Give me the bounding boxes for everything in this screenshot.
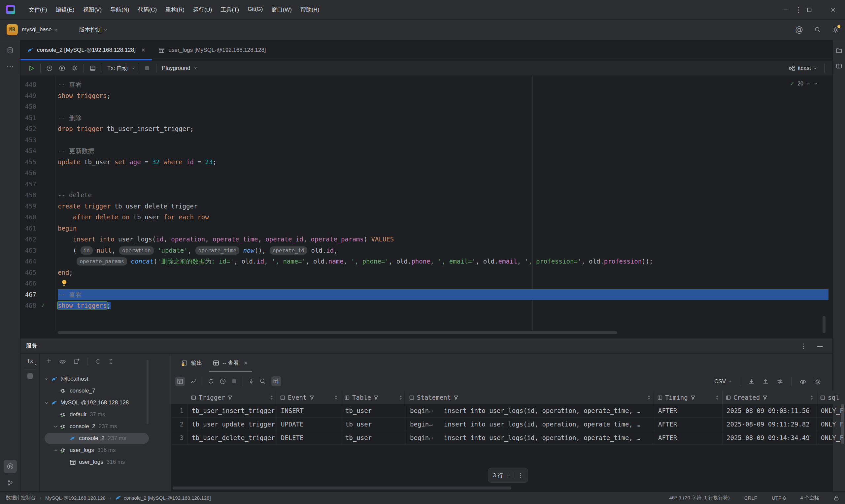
folder-tool-icon[interactable]	[833, 45, 845, 56]
table-cell[interactable]: 2025-08-09 09:03:11.56	[723, 404, 817, 418]
services-tool-icon[interactable]	[4, 460, 17, 473]
tab-options-kebab-icon[interactable]: ⋮	[795, 0, 802, 20]
grid-view-icon[interactable]	[175, 377, 185, 386]
next-problem-icon[interactable]	[814, 82, 818, 86]
line-number[interactable]: 463	[20, 245, 36, 256]
column-header-created[interactable]: Created	[723, 391, 817, 404]
gutter-row[interactable]: 462	[20, 234, 55, 245]
line-number[interactable]: 459	[20, 201, 36, 212]
sort-arrows-icon[interactable]	[647, 395, 651, 400]
row-number-cell[interactable]: 2	[171, 418, 188, 431]
chevron-down-icon[interactable]	[42, 401, 51, 405]
stop-query-icon[interactable]	[231, 378, 237, 384]
sort-arrows-icon[interactable]	[334, 395, 338, 400]
gutter-row[interactable]: 465	[20, 267, 55, 278]
history-icon[interactable]	[44, 63, 55, 74]
compare-icon[interactable]	[777, 378, 783, 385]
database-tool-icon[interactable]	[4, 43, 17, 57]
tree-item-default[interactable]: default37 ms	[40, 409, 171, 420]
editor-hscrollbar[interactable]	[58, 331, 617, 334]
editor-tab[interactable]: console_2 [MySQL-@192.168.128.128]✕	[20, 40, 152, 60]
table-cell[interactable]: 2025-08-09 09:11:29.82	[723, 418, 817, 431]
column-header-timing[interactable]: Timing	[654, 391, 723, 404]
gutter-row[interactable]: 466	[20, 278, 55, 289]
line-number[interactable]: 455	[20, 157, 36, 168]
pill-kebab-icon[interactable]: ⋮	[517, 473, 523, 478]
gutter-row[interactable]: 455	[20, 157, 55, 168]
column-header-table[interactable]: Table	[341, 391, 406, 404]
project-badge[interactable]: MB	[6, 24, 18, 35]
gutter-row[interactable]: 463	[20, 245, 55, 256]
file-encoding[interactable]: UTF-8	[772, 495, 786, 501]
chevron-down-icon[interactable]	[51, 425, 60, 429]
filter-funnel-icon[interactable]	[309, 395, 314, 400]
line-number[interactable]: 453	[20, 134, 36, 146]
structure-tool-icon[interactable]	[833, 61, 845, 72]
prev-problem-icon[interactable]	[806, 82, 811, 86]
code-line[interactable]	[58, 179, 828, 190]
find-icon[interactable]	[260, 378, 266, 384]
code-line[interactable]: show triggers;	[58, 300, 828, 311]
line-number[interactable]: 464	[20, 256, 36, 267]
close-window-button[interactable]	[821, 0, 845, 19]
playground-mode-icon[interactable]	[56, 63, 68, 74]
gutter-row[interactable]: 461	[20, 223, 55, 234]
code-line[interactable]: end;	[58, 267, 828, 278]
menu-item[interactable]: 工具(T)	[216, 4, 244, 16]
code-line[interactable]: create trigger tb_user_delete_trigger	[58, 201, 828, 212]
gutter-row[interactable]: 459	[20, 201, 55, 212]
table-cell[interactable]: tb_user_delete_trigger	[188, 431, 277, 445]
code-line[interactable]	[58, 134, 828, 146]
indent-setting[interactable]: 4 个空格	[800, 495, 819, 501]
refresh-icon[interactable]	[208, 378, 214, 384]
table-cell[interactable]: begin↵ insert into user_logs(id, operati…	[406, 431, 654, 445]
menu-item[interactable]: 运行(U)	[189, 4, 216, 16]
code-line[interactable]: operate_params concat('删除之前的数据为: id=', o…	[58, 256, 828, 267]
code-line[interactable]: -- 查看	[58, 289, 828, 301]
table-cell[interactable]: tb_user_update_trigger	[188, 418, 277, 431]
filter-funnel-icon[interactable]	[374, 395, 379, 400]
minimize-button[interactable]	[774, 0, 797, 19]
filter-funnel-icon[interactable]	[228, 395, 233, 400]
row-number-cell[interactable]: 1	[171, 404, 188, 418]
code-editor[interactable]: 4484494504514524534544554564574584594604…	[20, 76, 832, 338]
add-connection-icon[interactable]	[46, 358, 52, 365]
line-number[interactable]: 456	[20, 167, 36, 179]
settings-gear-icon[interactable]	[832, 26, 839, 33]
inspection-widget[interactable]: ✓ 20	[790, 80, 818, 87]
menu-item[interactable]: 窗口(W)	[267, 4, 296, 16]
code-lines[interactable]: -- 查看show triggers;-- 删除drop trigger tb_…	[58, 79, 828, 311]
gutter-row[interactable]: 449	[20, 90, 55, 102]
table-cell[interactable]: tb_user_insert_trigger	[188, 404, 277, 418]
code-line[interactable]: -- 删除	[58, 112, 828, 124]
chart-view-icon[interactable]	[190, 378, 197, 384]
import-upload-icon[interactable]	[762, 379, 769, 385]
tree-item-user-logs[interactable]: user_logs316 ms	[40, 456, 171, 468]
gutter-row[interactable]: 464	[20, 256, 55, 267]
row-number-cell[interactable]: 3	[171, 431, 188, 445]
line-number[interactable]: 454	[20, 145, 36, 157]
breadcrumb-item[interactable]: 数据库控制台	[6, 495, 36, 501]
line-number[interactable]: 462	[20, 234, 36, 245]
line-number[interactable]: 460	[20, 212, 36, 223]
line-number[interactable]: 450	[20, 101, 36, 112]
export-download-icon[interactable]	[748, 379, 755, 385]
query-history-icon[interactable]	[219, 378, 226, 384]
project-selector[interactable]: mysql_base	[22, 26, 52, 33]
grid-vscrollbar[interactable]	[841, 404, 844, 444]
menu-item[interactable]: 帮助(H)	[296, 4, 324, 16]
gutter-row[interactable]: 457	[20, 179, 55, 190]
search-everywhere-icon[interactable]	[814, 26, 821, 33]
more-tools-icon[interactable]: ⋯	[4, 60, 17, 73]
lock-icon[interactable]	[834, 495, 839, 501]
row-count-pill[interactable]: 3 行 ⋮	[488, 468, 528, 483]
line-number[interactable]: 452	[20, 123, 36, 134]
sort-arrows-icon[interactable]	[716, 395, 719, 400]
console-settings-gear-icon[interactable]	[69, 63, 80, 74]
table-row[interactable]: 1tb_user_insert_triggerINSERTtb_userbegi…	[171, 404, 833, 418]
view-eye-icon[interactable]	[799, 378, 806, 385]
intention-bulb-icon[interactable]	[61, 279, 67, 287]
stop-button[interactable]	[142, 63, 153, 74]
code-line[interactable]: ( id null, operation 'update', operate_t…	[58, 245, 828, 256]
gutter-row[interactable]: 448	[20, 79, 55, 90]
